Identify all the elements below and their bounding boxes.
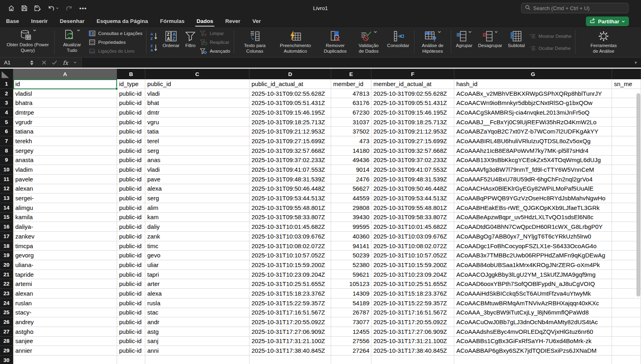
cell[interactable]: 105123 — [331, 279, 371, 289]
cell[interactable]: public-id — [117, 156, 145, 165]
vertical-scrollbar[interactable] — [637, 93, 640, 296]
name-box[interactable]: A1 — [0, 58, 29, 68]
cell[interactable] — [612, 356, 641, 364]
properties-button[interactable]: Propriedades — [89, 38, 142, 46]
cell[interactable]: ACoAAB84obUBSaa1kMrx4KROgJNrZERG-oXm4Pk — [454, 260, 612, 270]
cell[interactable]: sn_me — [612, 79, 641, 89]
fx-chevron-icon[interactable] — [74, 62, 76, 64]
cell[interactable]: 2025-10-31T09:15:46.195Z — [249, 108, 331, 117]
formula-input[interactable] — [81, 58, 631, 68]
analysis-tools-button[interactable]: Ferramentas de Análise — [585, 28, 622, 56]
cell[interactable]: astg — [145, 327, 249, 337]
cell[interactable]: sergey — [13, 146, 117, 156]
row-header-7[interactable]: 7 — [0, 136, 13, 146]
cell[interactable]: arter — [145, 279, 249, 289]
cell[interactable]: 2025-10-31T09:21:12.953Z — [371, 127, 454, 136]
cell[interactable]: serg — [145, 193, 249, 203]
cell[interactable]: 56627 — [331, 184, 371, 194]
cell[interactable]: 2025-10-31T17:20:55.092Z — [371, 317, 454, 327]
cell[interactable]: ACoAAAdshsEByc4mvORLEDqZQVjxHlGtuz6nr60 — [454, 327, 612, 337]
cell[interactable]: 40360 — [331, 232, 371, 241]
cell[interactable]: ACoAABBs1CgBx3GiFxRfSaYH-7U6xd4BoMrk-zk — [454, 337, 612, 346]
cell[interactable]: kam — [145, 213, 249, 222]
filter-button[interactable]: Filtro — [182, 28, 198, 56]
cell[interactable]: 2025-10-31T10:10:57.052Z — [249, 251, 331, 260]
cell[interactable]: terekh — [13, 136, 117, 146]
cell[interactable]: gevorg — [13, 251, 117, 260]
cell[interactable]: 2025-10-31T15:18:23.376Z — [371, 289, 454, 298]
cell[interactable]: 2025-10-31T09:21:12.953Z — [249, 127, 331, 136]
cell[interactable]: public-id — [117, 346, 145, 356]
cell[interactable]: 2025-10-31T09:50:46.448Z — [249, 184, 331, 194]
cell[interactable]: 2025-10-31T17:27:06.909Z — [371, 327, 454, 337]
row-header-5[interactable]: 5 — [0, 117, 13, 127]
cell[interactable]: 2025-10-31T09:37:02.233Z — [249, 156, 331, 165]
cell[interactable]: ACoAADgc1FoBhCocyopFSZLX1e-S6433OcoAG4o — [454, 241, 612, 251]
column-header-h[interactable] — [612, 69, 641, 79]
cell[interactable]: vladisl — [13, 89, 117, 99]
cell[interactable]: public-id — [117, 98, 145, 108]
row-header-3[interactable]: 3 — [0, 98, 13, 108]
enter-check-icon[interactable] — [52, 59, 57, 66]
cell[interactable]: 2025-10-31T09:32:57.668Z — [249, 146, 331, 156]
cell[interactable]: pave — [145, 175, 249, 184]
cell[interactable]: public-id — [117, 308, 145, 318]
cell[interactable]: 67230 — [331, 108, 371, 117]
advanced-filter-button[interactable]: Avançado — [200, 47, 230, 55]
cell[interactable]: 2025-10-31T17:38:40.845Z — [371, 346, 454, 356]
cell[interactable]: alexa — [145, 184, 249, 194]
cell[interactable] — [117, 356, 145, 364]
cell[interactable]: ACoAAB13X9sBbKkcgYCEokZx5X4TOqWmgL6dUJg — [454, 156, 612, 165]
row-header-26[interactable]: 26 — [0, 317, 13, 327]
cell[interactable]: vgrudr — [13, 117, 117, 127]
cell[interactable]: 52380 — [331, 260, 371, 270]
cell[interactable]: stacy- — [13, 308, 117, 318]
tab-esquema[interactable]: Esquema da Página — [96, 17, 148, 26]
cell[interactable]: daliy — [145, 222, 249, 232]
column-header-E[interactable]: E — [331, 69, 371, 79]
cell[interactable] — [145, 356, 249, 364]
row-header-23[interactable]: 23 — [0, 289, 13, 298]
cell[interactable]: dmtr — [145, 108, 249, 117]
cell[interactable]: 2025-10-31T17:16:51.567Z — [371, 308, 454, 318]
cell[interactable]: pavele — [13, 175, 117, 184]
cell[interactable]: alexan — [13, 184, 117, 194]
row-header-6[interactable]: 6 — [0, 127, 13, 136]
cell[interactable]: daliya- — [13, 222, 117, 232]
cell[interactable] — [454, 356, 612, 364]
cell[interactable]: ACoAAB3x7TMBBc2Uwb06RPPHdZaMFn9qKgDEwAg — [454, 251, 612, 260]
cell[interactable]: timc — [145, 241, 249, 251]
cell[interactable]: 9014 — [331, 165, 371, 175]
cell[interactable]: tapri — [145, 270, 249, 280]
cell[interactable]: ACoAAAVfg3oBW7l79nmT_fd9l-cTTY6W5VnnCeM — [454, 165, 612, 175]
column-header-D[interactable]: D — [249, 69, 331, 79]
cell[interactable]: public_id — [145, 79, 249, 89]
cell[interactable]: ACoAABBAP6gBxy6SZK7jdTQDIESxiPzs6JXNaDM — [454, 346, 612, 356]
cell[interactable]: vladi — [145, 165, 249, 175]
cell[interactable]: public-id — [117, 327, 145, 337]
cell[interactable]: zankev — [13, 232, 117, 241]
row-header-15[interactable]: 15 — [0, 213, 13, 222]
cell[interactable]: public-id — [117, 289, 145, 298]
cell[interactable]: 99595 — [331, 222, 371, 232]
cell[interactable]: 2025-10-31T09:32:57.668Z — [371, 146, 454, 156]
cell[interactable]: 2025-10-31T09:48:31.539Z — [371, 175, 454, 184]
cell[interactable]: kamila — [13, 213, 117, 222]
cell[interactable]: public-id — [117, 232, 145, 241]
cell[interactable] — [612, 327, 641, 337]
cell[interactable] — [13, 356, 117, 364]
cell[interactable]: public-id — [117, 203, 145, 213]
cell[interactable] — [612, 308, 641, 318]
column-header-C[interactable]: C — [145, 69, 249, 79]
cell[interactable]: tapride — [13, 270, 117, 280]
cell[interactable]: bhatra — [13, 98, 117, 108]
cell[interactable]: public-id — [117, 317, 145, 327]
cell[interactable]: 12455 — [331, 327, 371, 337]
cell[interactable]: ACoAAAiHdSkBICckq5ScT6AUmtFfzva4uYtwyMk — [454, 289, 612, 298]
cell[interactable]: alimgu — [13, 203, 117, 213]
cell[interactable]: 2025-10-31T09:55:48.801Z — [371, 203, 454, 213]
cell[interactable]: 2025-10-31T10:25:51.655Z — [371, 279, 454, 289]
cell[interactable]: 2025-10-31T15:22:59.357Z — [249, 298, 331, 308]
cell[interactable]: 2025-10-31T10:15:59.200Z — [371, 260, 454, 270]
cell[interactable]: ACoAABJ__FcBxYj0C9lUjREFWi35hRzO4KmW2Lo — [454, 117, 612, 127]
